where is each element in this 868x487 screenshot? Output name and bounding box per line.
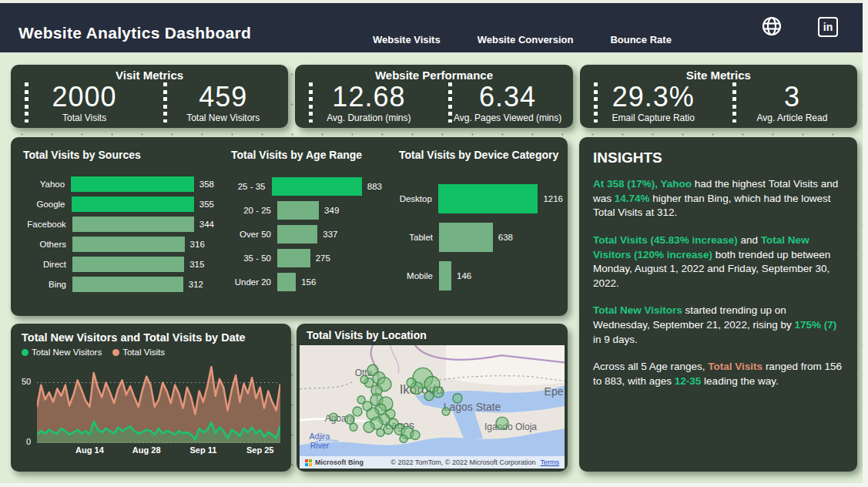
- insight-text-segment: Across all 5 Age ranges,: [593, 361, 708, 372]
- nav-bounce-rate[interactable]: Bounce Rate: [610, 34, 671, 45]
- map-bubble[interactable]: [345, 415, 354, 424]
- x-tick-label: Sep 25: [246, 445, 273, 455]
- map-attribution-bar: Microsoft Bing © 2022 TomTom, © 2022 Mic…: [300, 456, 565, 469]
- chart-visits-by-device-category[interactable]: Total Visits by Device Category Desktop1…: [387, 137, 568, 316]
- map-terms-link[interactable]: Terms: [541, 458, 560, 466]
- bar-value-label: 355: [199, 200, 214, 209]
- map-bubble[interactable]: [384, 425, 393, 434]
- bar[interactable]: [439, 223, 493, 252]
- bar-row: Direct315: [23, 254, 214, 274]
- chart-visitors-by-date[interactable]: Total New Visitors and Total Visits by D…: [11, 324, 291, 472]
- legend-item[interactable]: Total Visits: [112, 348, 165, 357]
- bar-category-label: Bing: [23, 280, 72, 289]
- bar[interactable]: [72, 237, 185, 252]
- map-canvas[interactable]: OttaIkoroduLagos StateEpeAgbaraLagosIgan…: [300, 345, 565, 469]
- globe-icon[interactable]: [761, 15, 783, 40]
- insight-paragraph: Total New Visitors started trending up o…: [593, 304, 843, 347]
- map-bubble[interactable]: [330, 413, 337, 421]
- bar[interactable]: [277, 225, 317, 244]
- right-edge-strip: [863, 0, 868, 487]
- bar-row: Bing312: [23, 274, 214, 294]
- insights-body: At 358 (17%), Yahoo had the highest Tota…: [593, 177, 843, 389]
- bar[interactable]: [71, 176, 194, 192]
- area-plot[interactable]: [37, 364, 280, 443]
- kpi-card-site-metrics: Site Metrics 29.3% Email Capture Ratio 3: [580, 65, 857, 128]
- bar[interactable]: [72, 277, 183, 292]
- map-bubble[interactable]: [407, 378, 416, 388]
- map-bubble[interactable]: [424, 391, 434, 401]
- kpi-label: Avg. Article Read: [736, 113, 848, 123]
- kpi-label: Total Visits: [28, 113, 140, 123]
- bar-charts-card: Total Visits by Sources Yahoo358Google35…: [11, 137, 568, 316]
- legend-label: Total Visits: [122, 348, 165, 357]
- kpi-value: 459: [167, 82, 279, 112]
- bar-value-label: 337: [323, 230, 337, 239]
- bar[interactable]: [439, 261, 451, 291]
- map-bubble[interactable]: [364, 422, 374, 432]
- insight-text-segment: Total Visits: [708, 361, 762, 372]
- map-bubble[interactable]: [433, 387, 444, 398]
- bar-category-label: Direct: [23, 260, 72, 269]
- map-bubble[interactable]: [377, 428, 384, 436]
- linkedin-icon[interactable]: in: [818, 17, 838, 37]
- legend-dot-icon: [112, 349, 119, 356]
- legend-item[interactable]: Total New Visitors: [22, 348, 102, 357]
- map-bubble[interactable]: [360, 375, 368, 383]
- nav-website-visits[interactable]: Website Visits: [373, 34, 441, 45]
- microsoft-logo-icon: [305, 459, 312, 466]
- kpi-metric: 3 Avg. Article Read: [719, 82, 857, 123]
- bar-row: Desktop1216: [399, 180, 563, 218]
- kpi-card-title: Visit Metrics: [11, 69, 288, 82]
- map-bubble[interactable]: [350, 423, 357, 431]
- chart-visits-by-sources[interactable]: Total Visits by Sources Yahoo358Google35…: [11, 137, 219, 316]
- bar-row: Under 20156: [231, 270, 382, 294]
- bar[interactable]: [277, 249, 310, 267]
- bar[interactable]: [72, 196, 194, 212]
- map-copyright: © 2022 TomTom, © 2022 Microsoft Corporat…: [390, 458, 535, 466]
- dashboard-app: Website Analytics Dashboard Website Visi…: [0, 0, 868, 487]
- insight-text-segment: 175% (7): [794, 319, 836, 331]
- map-bubble[interactable]: [400, 435, 407, 442]
- kpi-metric: 29.3% Email Capture Ratio: [580, 82, 719, 123]
- bar-value-label: 315: [189, 260, 204, 269]
- map-bubble[interactable]: [353, 407, 362, 416]
- kpi-label: Avg. Duration (mins): [313, 113, 424, 123]
- chart-visits-by-location: Total Visits by Location: [297, 324, 568, 472]
- bar-value-label: 312: [189, 280, 203, 289]
- nav-website-conversion[interactable]: Website Conversion: [478, 34, 574, 45]
- kpi-value: 6.34: [452, 82, 564, 112]
- bar[interactable]: [277, 201, 319, 220]
- kpi-label: Avg. Pages Viewed (mins): [452, 113, 564, 123]
- bar[interactable]: [72, 217, 194, 232]
- map-provider: Microsoft Bing: [315, 458, 364, 466]
- bottom-edge-strip: [0, 483, 868, 487]
- bar-row: Google355: [23, 194, 214, 214]
- bar[interactable]: [72, 257, 184, 272]
- map-bubble[interactable]: [411, 430, 420, 439]
- bar-value-label: 349: [324, 206, 339, 215]
- kpi-card-title: Site Metrics: [580, 69, 857, 82]
- insight-text-segment: and: [738, 234, 761, 246]
- map-bubble[interactable]: [453, 394, 462, 403]
- bar-category-label: 25 - 35: [231, 182, 272, 191]
- map-bubble[interactable]: [357, 396, 365, 404]
- kpi-card-title: Website Performance: [295, 69, 572, 82]
- bar-row: Others316: [23, 234, 214, 254]
- chart-visits-by-age-range[interactable]: Total Visits by Age Range 25 - 3588320 -…: [219, 137, 387, 316]
- bar-value-label: 1216: [543, 194, 563, 203]
- insight-text-segment: Total Visits (45.83% increase): [593, 234, 738, 246]
- bar-row: 25 - 35883: [231, 174, 382, 198]
- bar[interactable]: [438, 184, 538, 213]
- map-bubble[interactable]: [442, 408, 450, 415]
- bar[interactable]: [272, 177, 362, 196]
- chart-title: Total Visits by Sources: [23, 149, 214, 161]
- insight-text-segment: 12-35: [675, 375, 702, 387]
- x-tick-label: Aug 28: [132, 445, 161, 455]
- bar-value-label: 146: [457, 271, 471, 280]
- bar-category-label: Google: [23, 200, 72, 209]
- map-bubble[interactable]: [496, 417, 508, 429]
- header-bar: Website Analytics Dashboard Website Visi…: [0, 3, 868, 52]
- insight-text-segment: 14.74%: [615, 193, 650, 204]
- bar[interactable]: [277, 273, 296, 291]
- bar-row: Yahoo358: [23, 174, 214, 194]
